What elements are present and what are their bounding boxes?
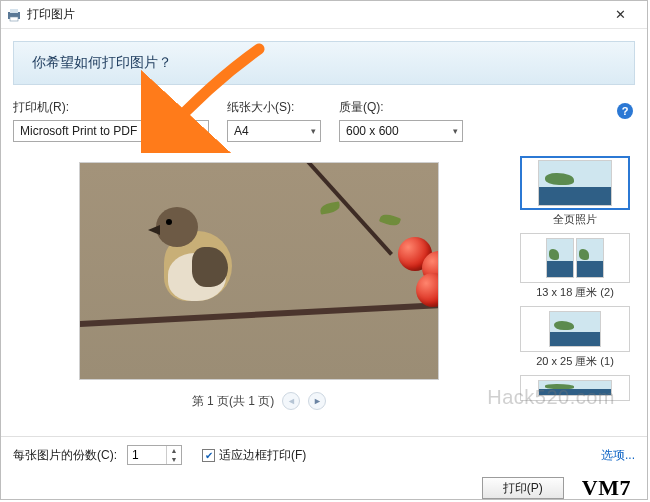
prev-page-button[interactable]: ◄ (282, 392, 300, 410)
printer-select[interactable]: Microsoft Print to PDF ▾ (13, 120, 209, 142)
quality-select[interactable]: 600 x 600 ▾ (339, 120, 463, 142)
copies-input[interactable] (128, 446, 166, 464)
svg-rect-2 (10, 17, 18, 21)
titlebar: 打印图片 ✕ (1, 1, 647, 29)
paper-size-select[interactable]: A4 ▾ (227, 120, 321, 142)
copies-label: 每张图片的份数(C): (13, 447, 117, 464)
app-icon (7, 8, 21, 22)
paper-label: 纸张大小(S): (227, 99, 321, 116)
preview-pane: 第 1 页(共 1 页) ◄ ► (13, 154, 505, 436)
printer-value: Microsoft Print to PDF (20, 124, 137, 138)
page-indicator: 第 1 页(共 1 页) (192, 393, 275, 410)
print-options-row: 打印机(R): Microsoft Print to PDF ▾ 纸张大小(S)… (1, 85, 647, 146)
close-icon: ✕ (615, 7, 626, 22)
help-icon[interactable]: ? (617, 103, 633, 119)
next-page-button[interactable]: ► (308, 392, 326, 410)
svg-rect-1 (10, 9, 18, 13)
chevron-down-icon: ▾ (453, 126, 458, 136)
banner-question: 你希望如何打印图片？ (13, 41, 635, 85)
layout-more[interactable] (520, 375, 630, 401)
quality-value: 600 x 600 (346, 124, 399, 138)
layout-20x25[interactable]: 20 x 25 厘米 (1) (520, 306, 630, 369)
preview-area: 第 1 页(共 1 页) ◄ ► 全页照片 13 x 18 厘米 (2) 20 … (1, 146, 647, 436)
layout-label: 13 x 18 厘米 (2) (520, 285, 630, 300)
spinner-buttons[interactable]: ▲▼ (166, 446, 181, 464)
chevron-down-icon: ▾ (311, 126, 316, 136)
brand-badge: VM7 (578, 475, 635, 501)
layout-13x18[interactable]: 13 x 18 厘米 (2) (520, 233, 630, 300)
layout-list[interactable]: 全页照片 13 x 18 厘米 (2) 20 x 25 厘米 (1) (515, 154, 635, 436)
copies-spinner[interactable]: ▲▼ (127, 445, 182, 465)
fit-frame-checkbox[interactable]: ✔ 适应边框打印(F) (202, 447, 306, 464)
print-button[interactable]: 打印(P) (482, 477, 564, 499)
quality-label: 质量(Q): (339, 99, 463, 116)
dialog-buttons: 打印(P) VM7 (1, 471, 647, 502)
preview-image (79, 162, 439, 380)
options-link[interactable]: 选项... (601, 447, 635, 464)
layout-label: 全页照片 (520, 212, 630, 227)
close-button[interactable]: ✕ (599, 3, 641, 27)
print-pictures-dialog: 打印图片 ✕ 你希望如何打印图片？ 打印机(R): Microsoft Prin… (0, 0, 648, 500)
printer-label: 打印机(R): (13, 99, 209, 116)
checkbox-icon: ✔ (202, 449, 215, 462)
paper-value: A4 (234, 124, 249, 138)
layout-label: 20 x 25 厘米 (1) (520, 354, 630, 369)
chevron-down-icon: ▾ (199, 126, 204, 136)
layout-full-page[interactable]: 全页照片 (520, 156, 630, 227)
fit-frame-label: 适应边框打印(F) (219, 447, 306, 464)
bottom-options: 每张图片的份数(C): ▲▼ ✔ 适应边框打印(F) 选项... (1, 436, 647, 471)
pager: 第 1 页(共 1 页) ◄ ► (192, 392, 327, 410)
window-title: 打印图片 (27, 6, 75, 23)
